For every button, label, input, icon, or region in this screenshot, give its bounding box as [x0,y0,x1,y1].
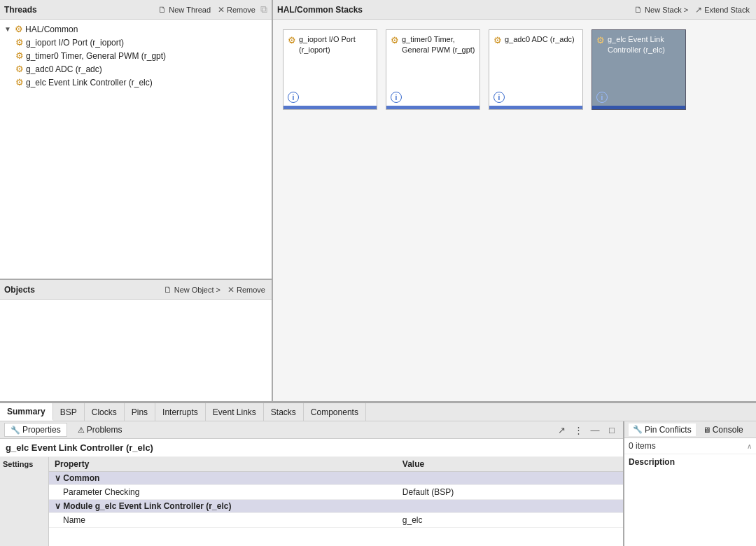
sub-tab-problems-label: Problems [87,425,122,435]
tree-gear-icon-2: ⚙ [15,50,24,61]
stacks-panel: HAL/Common Stacks 🗋 New Stack > ↗ Extend… [273,0,756,401]
collapse-arrow-icon[interactable]: ∧ [747,442,752,450]
tree-gear-icon-4: ⚙ [15,77,24,88]
tab-event-links[interactable]: Event Links [206,403,264,421]
objects-panel: Objects 🗋 New Object > ✕ Remove [0,279,272,401]
stacks-content: ⚙ g_ioport I/O Port (r_ioport) i ⚙ g_tim… [273,20,756,401]
group-module-elc: ∨ Module g_elc Event Link Controller (r_… [49,500,623,513]
properties-subheader: 🔧 Properties ⚠ Problems ↗ ⋮ — □ [0,421,623,439]
remove-thread-label: Remove [227,6,255,14]
problems-icon: ⚠ [78,426,85,435]
stack-card-title-2: g_timer0 Timer, General PWM (r_gpt) [402,34,475,56]
tree-root-label: HAL/Common [25,24,78,34]
stacks-title: HAL/Common Stacks [277,5,632,15]
right-sub-header: 🔧 Pin Conflicts 🖥 Console [624,421,756,438]
tab-bar: Summary BSP Clocks Pins Interrupts Event… [0,403,756,421]
info-icon-4[interactable]: i [596,92,608,103]
objects-title: Objects [4,285,162,295]
sub-tab-properties[interactable]: 🔧 Properties [4,423,67,437]
maximize-button[interactable]: □ [605,423,619,437]
tree-item-adc[interactable]: ⚙ g_adc0 ADC (r_adc) [14,62,269,76]
group-common: ∨ Common [49,472,623,485]
stack-card-adc[interactable]: ⚙ g_adc0 ADC (r_adc) i [489,29,583,110]
properties-icon: 🔧 [10,426,20,435]
export-button[interactable]: ↗ [554,423,568,437]
tree-label-3: g_adc0 ADC (r_adc) [26,64,102,74]
new-thread-label: New Thread [169,6,211,14]
pin-conflicts-icon: 🔧 [633,425,643,434]
new-object-icon: 🗋 [164,285,172,295]
bottom-area: Summary BSP Clocks Pins Interrupts Event… [0,402,756,546]
remove-object-button[interactable]: ✕ Remove [225,284,267,295]
tab-summary-label: Summary [7,407,46,416]
right-tab-pin-conflicts[interactable]: 🔧 Pin Conflicts [629,424,696,436]
property-name: Name [49,513,397,528]
stacks-header: HAL/Common Stacks 🗋 New Stack > ↗ Extend… [273,0,756,20]
tab-components-label: Components [311,407,358,417]
value-name: g_elc [397,513,623,528]
objects-content [0,300,272,401]
extend-stack-icon: ↗ [695,5,702,15]
bottom-content: 🔧 Properties ⚠ Problems ↗ ⋮ — □ g_elc Ev… [0,421,756,546]
more-options-button[interactable]: ⋮ [571,423,585,437]
tree-item-ioport[interactable]: ⚙ g_ioport I/O Port (r_ioport) [14,36,269,49]
extend-stack-label: Extend Stack [704,6,750,14]
stack-card-ioport[interactable]: ⚙ g_ioport I/O Port (r_ioport) i [283,29,377,110]
tab-clocks-label: Clocks [92,407,117,417]
col-value: Value [397,457,623,472]
tree-root-item[interactable]: ▼ ⚙ HAL/Common [3,22,269,36]
objects-header: Objects 🗋 New Object > ✕ Remove [0,280,272,300]
right-content-header: 0 items ∧ [624,438,756,454]
left-panel: Threads 🗋 New Thread ✕ Remove ⧉ ▼ ⚙ HAL/… [0,0,273,401]
tree-item-timer[interactable]: ⚙ g_timer0 Timer, General PWM (r_gpt) [14,49,269,62]
items-count: 0 items [629,441,656,451]
tab-interrupts[interactable]: Interrupts [155,403,206,421]
new-stack-button[interactable]: 🗋 New Stack > [632,4,690,15]
value-param-checking: Default (BSP) [397,485,623,500]
properties-panel: 🔧 Properties ⚠ Problems ↗ ⋮ — □ g_elc Ev… [0,421,623,546]
sub-tab-problems[interactable]: ⚠ Problems [71,423,129,437]
stack-card-timer[interactable]: ⚙ g_timer0 Timer, General PWM (r_gpt) i [386,29,480,110]
row-name[interactable]: Name g_elc [49,513,623,528]
tree-folder-icon: ⚙ [15,24,23,34]
stack-card-gear-icon-1: ⚙ [288,35,296,46]
extend-stack-button[interactable]: ↗ Extend Stack [693,4,752,15]
info-icon-2[interactable]: i [391,92,402,103]
right-tab-console[interactable]: 🖥 Console [699,424,748,436]
stack-card-header-1: ⚙ g_ioport I/O Port (r_ioport) [284,30,377,89]
tab-summary[interactable]: Summary [0,403,53,421]
settings-label: Settings [3,460,33,468]
stack-card-gear-icon-4: ⚙ [596,35,605,46]
stack-card-header-4: ⚙ g_elc Event Link Controller (r_elc) [592,30,685,89]
tab-components[interactable]: Components [304,403,366,421]
stack-card-bar-4 [592,106,685,109]
tree-item-elc[interactable]: ⚙ g_elc Event Link Controller (r_elc) [14,76,269,89]
tab-stacks[interactable]: Stacks [264,403,304,421]
tab-clocks[interactable]: Clocks [85,403,125,421]
info-icon-1[interactable]: i [288,92,299,103]
minimize-button[interactable]: — [588,423,602,437]
new-object-button[interactable]: 🗋 New Object > [162,284,223,295]
tree-gear-icon-3: ⚙ [15,64,24,74]
info-icon-3[interactable]: i [493,92,505,103]
stack-card-elc[interactable]: ⚙ g_elc Event Link Controller (r_elc) i [592,29,686,110]
tree-label-2: g_timer0 Timer, General PWM (r_gpt) [26,51,166,61]
stacks-actions: 🗋 New Stack > ↗ Extend Stack [632,4,752,15]
remove-thread-button[interactable]: ✕ Remove [216,4,258,15]
property-param-checking: Parameter Checking [49,485,397,500]
properties-table: Property Value ∨ Common Parameter Checki… [49,457,623,528]
new-stack-label: New Stack > [645,6,688,14]
new-thread-button[interactable]: 🗋 New Thread [156,4,213,15]
sub-header-actions: ↗ ⋮ — □ [554,423,619,437]
pin-conflicts-label: Pin Conflicts [645,425,692,435]
stack-card-info-3: i [489,89,582,106]
tab-pins[interactable]: Pins [125,403,155,421]
module-title: g_elc Event Link Controller (r_elc) [0,439,623,457]
tab-interrupts-label: Interrupts [162,407,198,417]
group-module-elc-label: ∨ Module g_elc Event Link Controller (r_… [49,500,623,513]
tab-bsp[interactable]: BSP [53,403,85,421]
tree-toggle-icon: ▼ [4,25,13,33]
stack-card-bar-2 [386,106,479,109]
description-label: Description [624,454,756,470]
row-param-checking[interactable]: Parameter Checking Default (BSP) [49,485,623,500]
